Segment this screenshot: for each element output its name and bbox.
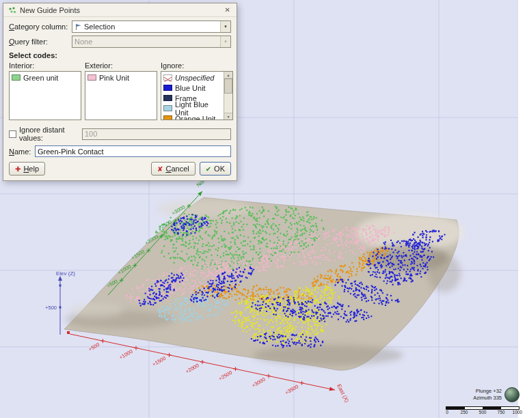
ignore-header: Ignore: bbox=[161, 61, 233, 70]
dialog-titlebar[interactable]: New Guide Points ✕ bbox=[3, 3, 237, 17]
scale-label: 750 bbox=[498, 410, 505, 415]
app-window: Elev (Z) +500 +500 +1000 +1500 +2000 +25… bbox=[0, 0, 525, 420]
orange-unit-swatch bbox=[163, 115, 172, 120]
category-column-icon bbox=[75, 23, 82, 31]
list-item[interactable]: Green unit bbox=[10, 72, 80, 83]
ignore-list-scrollbar[interactable]: ▲ ▼ bbox=[224, 72, 232, 120]
cancel-icon: ✘ bbox=[157, 165, 163, 173]
ignore-distant-label: Ignore distant values: bbox=[19, 126, 82, 142]
new-guide-points-dialog: New Guide Points ✕ Category column: Sele… bbox=[3, 3, 237, 181]
list-item[interactable]: Pink Unit bbox=[86, 72, 156, 83]
close-icon[interactable]: ✕ bbox=[224, 6, 232, 14]
unspecified-pattern-swatch bbox=[163, 74, 172, 81]
scale-label: 0 bbox=[446, 410, 448, 415]
ignore-list[interactable]: Unspecified Blue Unit Frame Light B bbox=[161, 71, 233, 120]
list-item[interactable]: Light Blue Unit bbox=[162, 103, 223, 113]
ignore-distant-checkbox[interactable] bbox=[9, 130, 16, 138]
exterior-list[interactable]: Pink Unit bbox=[85, 71, 157, 120]
green-unit-swatch bbox=[12, 74, 21, 81]
scrollbar-thumb[interactable] bbox=[224, 79, 232, 94]
orientation-readout: Plunge +32 Azimuth 335 bbox=[473, 387, 520, 402]
list-item[interactable]: Unspecified bbox=[162, 72, 223, 83]
query-filter-select[interactable]: None ▾ bbox=[72, 36, 231, 48]
axis-z-label: Elev (Z) bbox=[56, 270, 75, 277]
help-icon: ✚ bbox=[15, 165, 21, 173]
ok-button[interactable]: ✔ OK bbox=[200, 162, 231, 176]
axes-origin-marker bbox=[67, 331, 70, 334]
query-filter-value: None bbox=[75, 38, 92, 46]
help-button[interactable]: ✚ Help bbox=[9, 162, 45, 176]
category-column-select[interactable]: Selection ▾ bbox=[72, 20, 231, 33]
ok-icon: ✔ bbox=[206, 165, 211, 173]
scroll-down-icon[interactable]: ▼ bbox=[224, 113, 232, 120]
list-item[interactable]: Orange Unit bbox=[162, 113, 223, 120]
list-item[interactable]: Blue Unit bbox=[162, 83, 223, 93]
light-blue-unit-swatch bbox=[163, 105, 172, 111]
select-codes-heading: Select codes: bbox=[9, 51, 231, 59]
chevron-down-icon: ▾ bbox=[220, 36, 230, 47]
scale-bar: 0 250 500 750 1000 bbox=[446, 406, 520, 416]
query-filter-label: Query filter: bbox=[9, 38, 72, 46]
scale-label: 1000 bbox=[513, 410, 522, 415]
scroll-up-icon[interactable]: ▲ bbox=[224, 72, 232, 79]
frame-swatch bbox=[163, 95, 172, 101]
axis-z-tick: +500 bbox=[45, 305, 57, 311]
dialog-title: New Guide Points bbox=[20, 6, 80, 14]
interior-list[interactable]: Green unit bbox=[9, 71, 81, 120]
category-column-value: Selection bbox=[84, 23, 115, 31]
plunge-readout: Plunge +32 bbox=[473, 388, 502, 395]
scale-label: 250 bbox=[461, 410, 468, 415]
pink-unit-swatch bbox=[88, 74, 96, 81]
blue-unit-swatch bbox=[163, 85, 172, 91]
cancel-button[interactable]: ✘ Cancel bbox=[151, 162, 196, 176]
name-label: Name: bbox=[9, 148, 35, 156]
chevron-down-icon[interactable]: ▾ bbox=[220, 21, 230, 32]
scale-label: 500 bbox=[479, 410, 487, 415]
exterior-header: Exterior: bbox=[85, 61, 157, 70]
azimuth-readout: Azimuth 335 bbox=[473, 395, 502, 402]
interior-header: Interior: bbox=[9, 61, 81, 70]
category-column-label: Category column: bbox=[9, 23, 72, 31]
orientation-sphere-widget[interactable] bbox=[504, 387, 520, 402]
name-input[interactable] bbox=[35, 145, 231, 157]
ignore-distant-input[interactable] bbox=[82, 128, 231, 140]
guide-points-icon bbox=[8, 6, 16, 14]
